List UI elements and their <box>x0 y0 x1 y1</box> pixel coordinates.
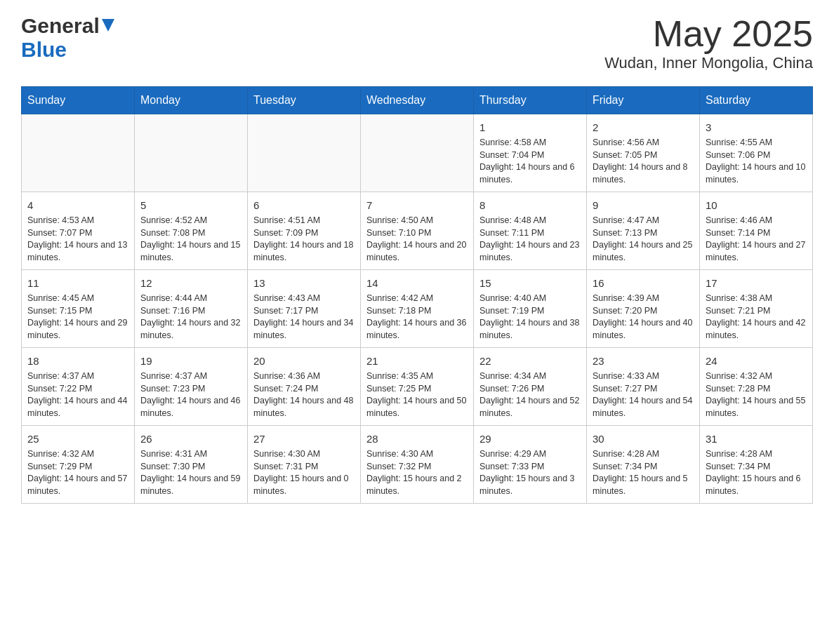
day-number: 14 <box>366 276 468 290</box>
day-number: 26 <box>140 431 241 446</box>
day-info: Sunrise: 4:30 AMSunset: 7:32 PMDaylight:… <box>366 448 468 497</box>
calendar-cell: 14Sunrise: 4:42 AMSunset: 7:18 PMDayligh… <box>361 270 474 348</box>
day-number: 15 <box>479 276 581 290</box>
day-number: 29 <box>479 431 581 446</box>
calendar-cell <box>361 114 474 192</box>
calendar-cell: 2Sunrise: 4:56 AMSunset: 7:05 PMDaylight… <box>587 114 700 192</box>
day-number: 27 <box>253 431 355 446</box>
calendar-cell: 30Sunrise: 4:28 AMSunset: 7:34 PMDayligh… <box>587 426 700 504</box>
page-header: General Blue May 2025 Wudan, Inner Mongo… <box>21 14 813 72</box>
calendar-cell: 16Sunrise: 4:39 AMSunset: 7:20 PMDayligh… <box>587 270 700 348</box>
day-number: 18 <box>27 354 128 368</box>
day-number: 5 <box>140 198 241 213</box>
day-info: Sunrise: 4:48 AMSunset: 7:11 PMDaylight:… <box>479 215 581 264</box>
day-info: Sunrise: 4:56 AMSunset: 7:05 PMDaylight:… <box>593 137 694 186</box>
calendar-cell: 3Sunrise: 4:55 AMSunset: 7:06 PMDaylight… <box>700 114 813 192</box>
day-info: Sunrise: 4:53 AMSunset: 7:07 PMDaylight:… <box>27 215 128 264</box>
calendar-cell: 6Sunrise: 4:51 AMSunset: 7:09 PMDaylight… <box>248 192 361 270</box>
day-info: Sunrise: 4:38 AMSunset: 7:21 PMDaylight:… <box>706 293 807 342</box>
day-number: 11 <box>27 276 128 290</box>
day-number: 17 <box>706 276 807 290</box>
calendar-cell: 13Sunrise: 4:43 AMSunset: 7:17 PMDayligh… <box>248 270 361 348</box>
location-subtitle: Wudan, Inner Mongolia, China <box>604 54 813 72</box>
weekday-header-tuesday: Tuesday <box>248 87 361 114</box>
day-number: 22 <box>479 354 581 368</box>
calendar-table: SundayMondayTuesdayWednesdayThursdayFrid… <box>21 86 813 504</box>
calendar-cell: 1Sunrise: 4:58 AMSunset: 7:04 PMDaylight… <box>474 114 587 192</box>
day-info: Sunrise: 4:34 AMSunset: 7:26 PMDaylight:… <box>479 370 581 420</box>
day-info: Sunrise: 4:30 AMSunset: 7:31 PMDaylight:… <box>253 448 355 497</box>
weekday-header-monday: Monday <box>135 87 248 114</box>
month-year-title: May 2025 <box>604 14 813 54</box>
calendar-cell: 7Sunrise: 4:50 AMSunset: 7:10 PMDaylight… <box>361 192 474 270</box>
day-info: Sunrise: 4:28 AMSunset: 7:34 PMDaylight:… <box>593 448 694 497</box>
day-info: Sunrise: 4:40 AMSunset: 7:19 PMDaylight:… <box>479 293 581 342</box>
day-info: Sunrise: 4:46 AMSunset: 7:14 PMDaylight:… <box>706 215 807 264</box>
calendar-cell: 9Sunrise: 4:47 AMSunset: 7:13 PMDaylight… <box>587 192 700 270</box>
calendar-cell: 24Sunrise: 4:32 AMSunset: 7:28 PMDayligh… <box>700 348 813 426</box>
logo-triangle-icon <box>102 19 114 33</box>
logo: General Blue <box>21 14 114 62</box>
calendar-week-row: 18Sunrise: 4:37 AMSunset: 7:22 PMDayligh… <box>22 348 813 426</box>
day-number: 10 <box>706 198 807 213</box>
calendar-cell: 26Sunrise: 4:31 AMSunset: 7:30 PMDayligh… <box>135 426 248 504</box>
calendar-cell: 8Sunrise: 4:48 AMSunset: 7:11 PMDaylight… <box>474 192 587 270</box>
day-number: 16 <box>593 276 694 290</box>
day-number: 7 <box>366 198 468 213</box>
day-info: Sunrise: 4:55 AMSunset: 7:06 PMDaylight:… <box>706 137 807 186</box>
title-section: May 2025 Wudan, Inner Mongolia, China <box>604 14 813 72</box>
day-number: 12 <box>140 276 241 290</box>
calendar-cell: 22Sunrise: 4:34 AMSunset: 7:26 PMDayligh… <box>474 348 587 426</box>
calendar-cell: 28Sunrise: 4:30 AMSunset: 7:32 PMDayligh… <box>361 426 474 504</box>
calendar-cell: 20Sunrise: 4:36 AMSunset: 7:24 PMDayligh… <box>248 348 361 426</box>
day-number: 23 <box>593 354 694 368</box>
day-number: 28 <box>366 431 468 446</box>
calendar-cell: 5Sunrise: 4:52 AMSunset: 7:08 PMDaylight… <box>135 192 248 270</box>
day-number: 8 <box>479 198 581 213</box>
day-info: Sunrise: 4:36 AMSunset: 7:24 PMDaylight:… <box>253 370 355 420</box>
calendar-cell: 4Sunrise: 4:53 AMSunset: 7:07 PMDaylight… <box>22 192 135 270</box>
day-info: Sunrise: 4:33 AMSunset: 7:27 PMDaylight:… <box>593 370 694 420</box>
day-number: 6 <box>253 198 355 213</box>
calendar-cell: 25Sunrise: 4:32 AMSunset: 7:29 PMDayligh… <box>22 426 135 504</box>
day-number: 30 <box>593 431 694 446</box>
day-number: 3 <box>706 120 807 135</box>
day-info: Sunrise: 4:43 AMSunset: 7:17 PMDaylight:… <box>253 293 355 342</box>
calendar-week-row: 4Sunrise: 4:53 AMSunset: 7:07 PMDaylight… <box>22 192 813 270</box>
svg-marker-0 <box>102 19 114 32</box>
day-info: Sunrise: 4:37 AMSunset: 7:23 PMDaylight:… <box>140 370 241 420</box>
day-info: Sunrise: 4:42 AMSunset: 7:18 PMDaylight:… <box>366 293 468 342</box>
day-number: 9 <box>593 198 694 213</box>
day-info: Sunrise: 4:31 AMSunset: 7:30 PMDaylight:… <box>140 448 241 497</box>
calendar-cell: 31Sunrise: 4:28 AMSunset: 7:34 PMDayligh… <box>700 426 813 504</box>
calendar-cell <box>135 114 248 192</box>
weekday-header-saturday: Saturday <box>700 87 813 114</box>
day-info: Sunrise: 4:47 AMSunset: 7:13 PMDaylight:… <box>593 215 694 264</box>
calendar-cell: 27Sunrise: 4:30 AMSunset: 7:31 PMDayligh… <box>248 426 361 504</box>
day-info: Sunrise: 4:32 AMSunset: 7:29 PMDaylight:… <box>27 448 128 497</box>
day-number: 31 <box>706 431 807 446</box>
day-number: 20 <box>253 354 355 368</box>
calendar-cell <box>22 114 135 192</box>
calendar-week-row: 25Sunrise: 4:32 AMSunset: 7:29 PMDayligh… <box>22 426 813 504</box>
day-number: 19 <box>140 354 241 368</box>
day-info: Sunrise: 4:52 AMSunset: 7:08 PMDaylight:… <box>140 215 241 264</box>
day-number: 4 <box>27 198 128 213</box>
calendar-cell <box>248 114 361 192</box>
day-info: Sunrise: 4:51 AMSunset: 7:09 PMDaylight:… <box>253 215 355 264</box>
weekday-header-thursday: Thursday <box>474 87 587 114</box>
calendar-week-row: 11Sunrise: 4:45 AMSunset: 7:15 PMDayligh… <box>22 270 813 348</box>
calendar-cell: 15Sunrise: 4:40 AMSunset: 7:19 PMDayligh… <box>474 270 587 348</box>
calendar-cell: 23Sunrise: 4:33 AMSunset: 7:27 PMDayligh… <box>587 348 700 426</box>
day-info: Sunrise: 4:58 AMSunset: 7:04 PMDaylight:… <box>479 137 581 186</box>
calendar-cell: 18Sunrise: 4:37 AMSunset: 7:22 PMDayligh… <box>22 348 135 426</box>
calendar-cell: 19Sunrise: 4:37 AMSunset: 7:23 PMDayligh… <box>135 348 248 426</box>
day-number: 1 <box>479 120 581 135</box>
day-number: 13 <box>253 276 355 290</box>
day-info: Sunrise: 4:39 AMSunset: 7:20 PMDaylight:… <box>593 293 694 342</box>
calendar-header-row: SundayMondayTuesdayWednesdayThursdayFrid… <box>22 87 813 114</box>
day-info: Sunrise: 4:35 AMSunset: 7:25 PMDaylight:… <box>366 370 468 420</box>
logo-blue-text: Blue <box>21 38 67 61</box>
day-number: 25 <box>27 431 128 446</box>
calendar-cell: 17Sunrise: 4:38 AMSunset: 7:21 PMDayligh… <box>700 270 813 348</box>
